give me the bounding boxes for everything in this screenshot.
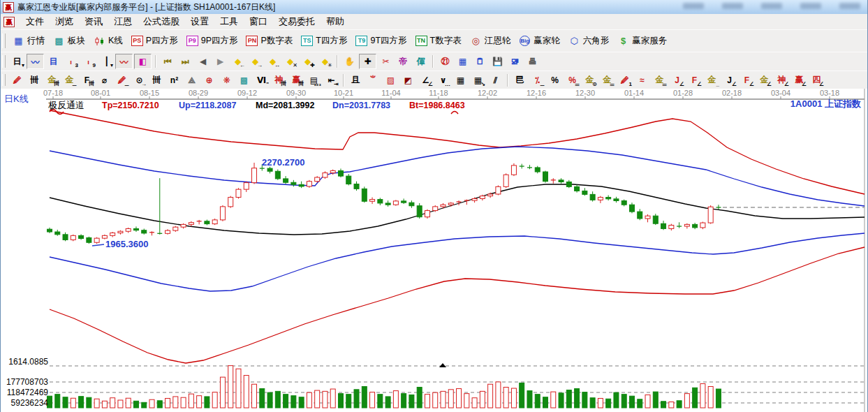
circle-arrow-icon[interactable]: ⊙→ — [131, 73, 147, 87]
crosshair-icon[interactable]: ✚ — [359, 54, 376, 69]
save-screen-icon[interactable]: 💾 — [490, 54, 506, 68]
toolbar-button-p-table[interactable]: PNP数字表 — [242, 33, 297, 50]
toolbar-button-9t-square[interactable]: T99T四方形 — [351, 33, 411, 50]
curve-teal-icon[interactable]: 㑮 — [413, 54, 429, 68]
angle-gold-icon[interactable]: 金∠ — [756, 73, 772, 87]
star-web-icon[interactable]: ❋ — [219, 73, 235, 87]
toolbar-button-p-square[interactable]: PSP四方形 — [127, 33, 182, 50]
diamond-left-icon[interactable]: ◆← — [230, 54, 246, 68]
menu-item-5[interactable]: 设置 — [185, 15, 214, 28]
percent-line-icon[interactable]: ⁒⚊ — [529, 73, 545, 87]
toolbar-button-9p-square[interactable]: P99P四方形 — [182, 33, 242, 50]
gold-underline-icon[interactable]: 金_ — [704, 73, 720, 87]
pc-globe-icon[interactable]: 🖳 — [507, 54, 523, 68]
angle-f-icon[interactable]: F∠ — [686, 73, 703, 87]
angle-cut-icon[interactable]: ✂ — [378, 54, 394, 68]
shen-lines-icon[interactable]: 神卌 — [271, 73, 287, 87]
diamond-star-icon[interactable]: ◆✳ — [317, 54, 333, 68]
angle-four-icon[interactable]: 四∠ — [809, 73, 825, 87]
toolbar-button-sectors[interactable]: ▩板块 — [49, 33, 89, 50]
jump-start-icon[interactable]: ⏮ — [160, 54, 176, 68]
ying-lines-icon[interactable]: 赢卌 — [288, 73, 304, 87]
grid-arrow-icon[interactable]: ▦↘ — [470, 73, 486, 87]
jump-end-icon[interactable]: ⏭ — [177, 54, 193, 68]
wave-red2-icon[interactable]: ≈ — [634, 73, 650, 87]
grid-icon[interactable]: ▦ — [453, 73, 469, 87]
angle-ying-icon[interactable]: 赢∠ — [791, 73, 807, 87]
diamond-right-icon[interactable]: ◆→ — [247, 54, 263, 68]
step-left-icon[interactable]: ◀ — [195, 54, 211, 68]
parallel-icon[interactable]: ⫽ — [487, 73, 503, 87]
box-tool-icon[interactable]: 且 — [348, 73, 364, 87]
period-day-icon[interactable]: 日▾ — [9, 54, 25, 68]
ruler-123-icon[interactable]: ▤₁₂₃ — [306, 73, 322, 87]
brush-icon[interactable]: 🖉 — [9, 73, 25, 87]
toolbar-button-winner-service[interactable]: $赢家服务 — [613, 33, 671, 50]
gold-lines-1-icon[interactable]: 金卌 — [44, 73, 60, 87]
angle-f2-icon[interactable]: F∠ — [739, 73, 755, 87]
fan-grid-icon[interactable]: ▨ — [383, 73, 399, 87]
v-dots-icon[interactable]: ∨… — [435, 73, 451, 87]
diamond-x-icon[interactable]: ◆✕ — [282, 54, 298, 68]
menu-item-7[interactable]: 窗口 — [244, 15, 273, 28]
menu-item-1[interactable]: 浏览 — [50, 15, 79, 28]
ruler-lines-icon[interactable]: 卌 — [27, 73, 43, 87]
f-lines-icon[interactable]: F卌 — [79, 73, 95, 87]
toolbar-button-winner-wheel[interactable]: Big赢家轮 — [515, 33, 564, 50]
toolbar-button-gann-wheel[interactable]: ◎江恩轮 — [466, 33, 515, 50]
angle-tool-icon[interactable]: ⟁ — [184, 73, 200, 87]
hand-icon[interactable]: ✋ — [341, 54, 358, 68]
menu-item-6[interactable]: 工具 — [214, 15, 244, 28]
ruler-2-icon[interactable]: 卌 — [149, 73, 165, 87]
chart-canvas[interactable]: 07-1808-0108-1508-2909-1209-3010-2111-04… — [1, 89, 868, 412]
fan-red-icon[interactable]: ⺌ — [365, 73, 381, 87]
spiral-icon[interactable]: ⌀ — [96, 73, 112, 87]
menu-item-4[interactable]: 公式选股 — [138, 15, 185, 28]
web-box-icon[interactable]: ▩ — [236, 73, 252, 87]
gold-circle-icon[interactable]: 金⊙ — [582, 73, 598, 87]
toolbar-button-hexagon[interactable]: ⬡六角形 — [564, 33, 614, 50]
gold-red-icon[interactable]: 金⚌ — [652, 73, 668, 87]
gann-purple-icon[interactable]: 帝 — [395, 54, 411, 68]
pen-ruler-icon[interactable]: 🖉⚊ — [114, 73, 130, 87]
percent-icon[interactable]: % — [547, 73, 563, 87]
percent-eq-icon[interactable]: %⚌ — [564, 73, 580, 87]
toolbar-button-t-table[interactable]: TNT数字表 — [411, 33, 466, 50]
chart-area[interactable]: 07-1808-0108-1508-2909-1209-3010-2111-04… — [1, 89, 868, 412]
menu-item-8[interactable]: 交易委托 — [273, 15, 321, 28]
notes-icon[interactable]: 🗒 — [472, 54, 488, 68]
price-ruler-icon[interactable]: 㫐 — [512, 73, 528, 87]
menu-item-2[interactable]: 资讯 — [79, 15, 108, 28]
arrow-measure-icon[interactable]: ⇤⇥ — [323, 73, 339, 87]
chart-9-icon[interactable]: ₗ9 — [80, 54, 96, 68]
toolbar-button-t-square[interactable]: TST四方形 — [297, 33, 351, 50]
toolbar-button-quotes[interactable]: ▦行情 — [8, 33, 49, 50]
angle-shen-icon[interactable]: 神∠ — [774, 73, 790, 87]
wave-blue-icon[interactable]: 〰 — [27, 54, 44, 69]
calculator-icon[interactable]: ▦ — [455, 54, 471, 68]
wave-red-icon[interactable]: 〰 — [115, 54, 133, 69]
fan-box-icon[interactable]: ◩ — [400, 73, 416, 87]
angles-icon[interactable]: ∠∠ — [418, 73, 434, 87]
step-right-icon[interactable]: ▶ — [212, 54, 228, 68]
toolbar-button-kline[interactable]: K线 — [89, 33, 127, 50]
angle-j2-icon[interactable]: J∠ — [721, 73, 737, 87]
k-marks-icon[interactable]: Ⅵ" — [253, 73, 270, 87]
menu-item-3[interactable]: 江恩 — [108, 15, 138, 28]
menu-item-0[interactable]: 文件 — [20, 15, 50, 28]
note-icon[interactable]: 目 — [45, 54, 61, 68]
n-squared-icon[interactable]: n² — [166, 73, 182, 87]
menu-item-9[interactable]: 帮助 — [321, 15, 350, 28]
calendar-21-icon[interactable]: ㉑ — [437, 54, 453, 68]
gold-bars-icon[interactable]: 金⚌ — [599, 73, 615, 87]
candle-style-icon[interactable]: ⎥▾ — [98, 54, 114, 68]
chart-3-icon[interactable]: ₗ3 — [63, 54, 79, 68]
pen-1-icon[interactable]: 🖉1 — [617, 73, 633, 87]
pc-print-icon[interactable]: 🖶 — [524, 54, 540, 68]
red-cross-circle-icon[interactable]: ⊕ — [201, 73, 217, 87]
diamond-plus-icon[interactable]: ◆✚ — [300, 54, 316, 68]
angle-j-icon[interactable]: J∠ — [669, 73, 685, 87]
histogram-icon[interactable]: ◧ — [134, 54, 152, 69]
gold-lines-2-icon[interactable]: 金⚊ — [61, 73, 78, 87]
diamond-h-icon[interactable]: ◆↔ — [265, 54, 281, 68]
